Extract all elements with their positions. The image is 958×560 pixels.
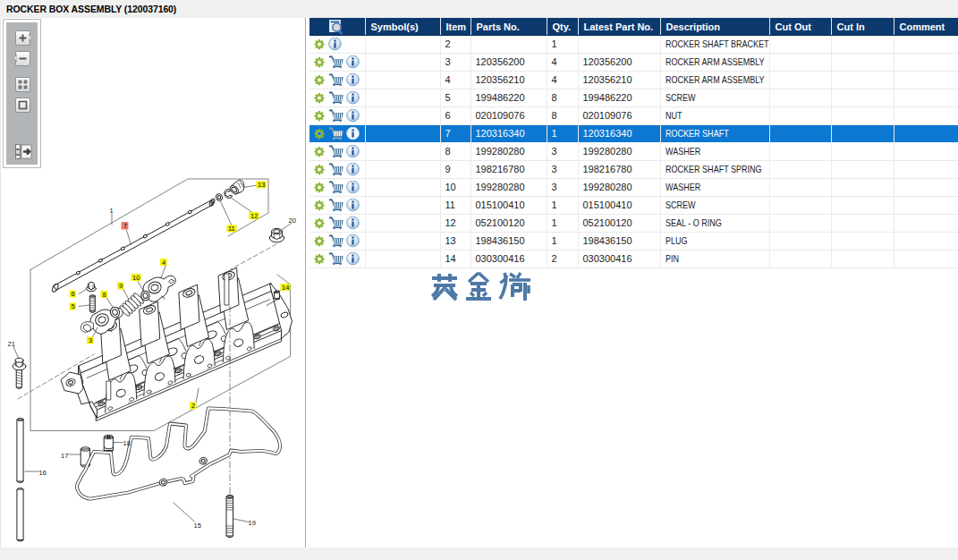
svg-text:15: 15 <box>194 522 201 530</box>
svg-text:6: 6 <box>72 290 75 298</box>
svg-text:17: 17 <box>61 452 68 460</box>
svg-text:4: 4 <box>162 259 165 267</box>
svg-text:10: 10 <box>132 274 140 282</box>
svg-text:11: 11 <box>228 225 235 233</box>
svg-text:1: 1 <box>110 207 114 215</box>
svg-text:8: 8 <box>103 291 106 299</box>
svg-text:2: 2 <box>191 402 195 410</box>
svg-text:5: 5 <box>72 302 75 310</box>
svg-text:18: 18 <box>123 439 131 447</box>
svg-text:19: 19 <box>249 519 256 527</box>
svg-text:9: 9 <box>119 282 123 290</box>
svg-text:20: 20 <box>289 216 296 225</box>
svg-text:3: 3 <box>89 336 92 344</box>
svg-text:7: 7 <box>123 222 127 230</box>
svg-text:21: 21 <box>8 340 15 348</box>
svg-text:14: 14 <box>282 284 289 292</box>
svg-text:12: 12 <box>250 212 258 220</box>
svg-text:13: 13 <box>258 181 265 189</box>
svg-text:16: 16 <box>39 469 47 477</box>
